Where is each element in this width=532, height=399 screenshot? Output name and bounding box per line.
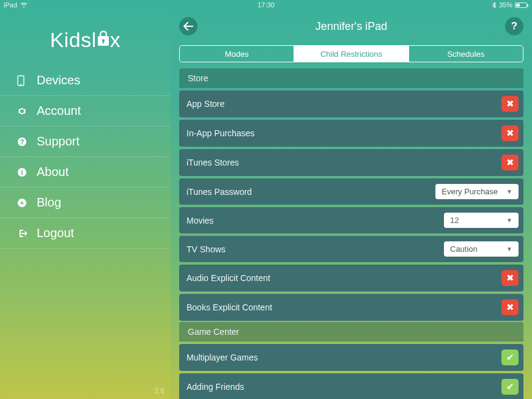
page-header: Jennifer's iPad ? <box>171 13 532 39</box>
row-books-explicit: Books Explicit Content ✖ <box>179 294 523 321</box>
select-movies[interactable]: 12 ▼ <box>444 213 519 228</box>
check-icon: ✔ <box>506 352 514 363</box>
row-app-store: App Store ✖ <box>179 90 523 117</box>
close-icon: ✖ <box>506 302 514 313</box>
row-label: App Store <box>187 99 224 109</box>
toggle-iap[interactable]: ✖ <box>501 125 519 141</box>
nav: Devices Account ? Support i About Blog L… <box>0 65 171 249</box>
svg-text:?: ? <box>20 138 24 145</box>
sidebar-item-label: About <box>37 165 68 179</box>
toggle-books-explicit[interactable]: ✖ <box>501 299 519 315</box>
gear-icon <box>17 106 28 116</box>
battery-icon <box>515 2 527 8</box>
row-label: Audio Explicit Content <box>187 273 270 283</box>
row-multiplayer: Multiplayer Games ✔ <box>179 344 523 371</box>
main: 17:30 35% Jennifer's iPad ? Modes Child … <box>171 0 532 399</box>
status-bar-left: iPad <box>0 0 171 10</box>
row-label: Movies <box>187 216 213 225</box>
sidebar-item-account[interactable]: Account <box>0 96 171 126</box>
help-icon: ? <box>17 137 28 147</box>
row-label: Multiplayer Games <box>187 353 258 362</box>
chevron-down-icon: ▼ <box>506 246 512 252</box>
content-scroll[interactable]: Store App Store ✖ In-App Purchases ✖ iTu… <box>171 67 532 399</box>
toggle-multiplayer[interactable]: ✔ <box>501 350 519 365</box>
compass-icon <box>17 198 28 208</box>
carrier-label: iPad <box>4 1 17 9</box>
close-icon: ✖ <box>506 157 514 168</box>
sidebar: iPad Kidslx Devices Account ? Support i … <box>0 0 171 399</box>
close-icon: ✖ <box>506 128 514 139</box>
phone-icon <box>17 75 28 86</box>
bluetooth-icon <box>492 2 497 9</box>
sidebar-item-label: Support <box>37 134 79 148</box>
close-icon: ✖ <box>506 98 514 109</box>
row-tv-shows: TV Shows Caution ▼ <box>179 236 523 262</box>
sidebar-item-label: Blog <box>37 196 61 210</box>
row-label: In-App Purchases <box>187 128 254 138</box>
back-button[interactable] <box>179 17 198 35</box>
row-itunes-stores: iTunes Stores ✖ <box>179 149 523 176</box>
row-label: iTunes Password <box>187 187 252 197</box>
sidebar-item-about[interactable]: i About <box>0 157 171 188</box>
row-label: Books Explicit Content <box>187 302 272 312</box>
logout-icon <box>17 229 28 238</box>
tab-child-restrictions[interactable]: Child Restrictions <box>294 46 408 62</box>
tab-modes[interactable]: Modes <box>180 46 294 62</box>
battery-pct: 35% <box>499 1 512 9</box>
row-label: iTunes Stores <box>187 158 239 167</box>
svg-point-1 <box>20 84 21 85</box>
section-header-game-center: Game Center <box>179 322 523 342</box>
row-movies: Movies 12 ▼ <box>179 207 523 233</box>
sidebar-item-support[interactable]: ? Support <box>0 126 171 157</box>
section-header-store: Store <box>179 68 523 88</box>
sidebar-item-devices[interactable]: Devices <box>0 65 171 96</box>
sidebar-item-logout[interactable]: Logout <box>0 218 171 249</box>
toggle-audio-explicit[interactable]: ✖ <box>501 270 519 286</box>
page-title: Jennifer's iPad <box>316 20 388 33</box>
toggle-adding-friends[interactable]: ✔ <box>501 379 519 395</box>
status-bar-right: 17:30 35% <box>171 0 532 10</box>
sidebar-item-blog[interactable]: Blog <box>0 188 171 218</box>
row-itunes-password: iTunes Password Every Purchase ▼ <box>179 178 523 205</box>
svg-text:i: i <box>21 169 23 176</box>
tab-bar: Modes Child Restrictions Schedules <box>179 45 523 62</box>
sidebar-item-label: Devices <box>37 73 80 87</box>
row-adding-friends: Adding Friends ✔ <box>179 373 523 399</box>
lock-icon <box>97 30 110 47</box>
sidebar-item-label: Logout <box>37 226 74 240</box>
version-label: 2.6 <box>154 387 164 395</box>
chevron-down-icon: ▼ <box>506 188 512 195</box>
info-icon: i <box>17 167 28 177</box>
toggle-app-store[interactable]: ✖ <box>501 96 519 112</box>
chevron-down-icon: ▼ <box>506 217 512 224</box>
row-label: TV Shows <box>187 244 226 254</box>
help-button[interactable]: ? <box>505 17 523 35</box>
tab-schedules[interactable]: Schedules <box>408 46 523 62</box>
clock: 17:30 <box>257 1 275 9</box>
select-tv-shows[interactable]: Caution ▼ <box>444 241 519 257</box>
sidebar-item-label: Account <box>37 104 81 118</box>
toggle-itunes-stores[interactable]: ✖ <box>501 155 519 170</box>
brand-logo: Kidslx <box>0 28 171 52</box>
row-label: Adding Friends <box>187 382 244 392</box>
row-audio-explicit: Audio Explicit Content ✖ <box>179 265 523 291</box>
select-itunes-password[interactable]: Every Purchase ▼ <box>435 184 519 199</box>
row-iap: In-App Purchases ✖ <box>179 120 523 147</box>
wifi-icon <box>20 2 28 8</box>
close-icon: ✖ <box>506 273 514 284</box>
check-icon: ✔ <box>506 381 514 392</box>
